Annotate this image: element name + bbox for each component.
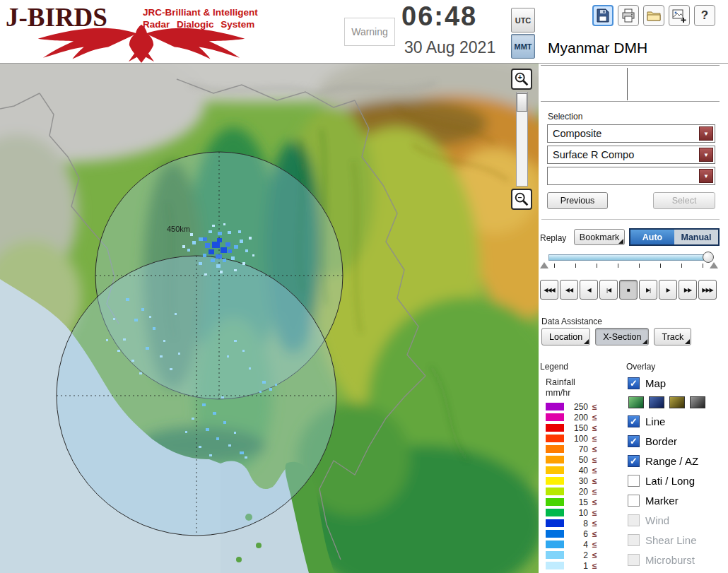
legend-color-swatch bbox=[546, 562, 564, 569]
legend-lte-symbol: ≤ bbox=[592, 508, 597, 518]
legend-row: 100≤ bbox=[546, 433, 597, 444]
legend-lte-symbol: ≤ bbox=[592, 444, 597, 454]
legend-lte-symbol: ≤ bbox=[592, 550, 597, 560]
save-icon bbox=[594, 7, 611, 24]
overlay-row-microburst: Microburst bbox=[628, 550, 727, 569]
product-group-value: Composite bbox=[553, 128, 601, 139]
auto-mode-button[interactable]: Auto bbox=[630, 230, 674, 244]
legend-row: 4≤ bbox=[546, 539, 597, 550]
help-button[interactable]: ? bbox=[694, 5, 715, 26]
separator bbox=[541, 219, 720, 220]
playback-step-back-button[interactable]: ◀ bbox=[580, 280, 598, 300]
zoom-out-button[interactable]: − bbox=[511, 189, 532, 210]
control-panel: Selection Composite ▼ Surface R Compo ▼ … bbox=[539, 64, 728, 573]
selection-label: Selection bbox=[548, 112, 582, 122]
chevron-down-icon[interactable]: ▼ bbox=[699, 169, 713, 183]
station-list-divider bbox=[627, 68, 628, 100]
overlay-row-map: ✓Map bbox=[628, 373, 727, 393]
replay-label: Replay bbox=[540, 233, 566, 243]
legend-row: 50≤ bbox=[546, 454, 597, 465]
lati-long-checkbox[interactable] bbox=[628, 475, 640, 487]
legend-value: 2 bbox=[567, 550, 588, 560]
zoom-slider[interactable] bbox=[516, 92, 528, 187]
track-button[interactable]: Track bbox=[654, 328, 691, 345]
radar-map-viewport[interactable]: 450km + bbox=[0, 64, 539, 573]
save-button[interactable] bbox=[592, 5, 613, 26]
legend-lte-symbol: ≤ bbox=[592, 540, 597, 550]
legend-value: 70 bbox=[567, 444, 588, 454]
legend-color-swatch bbox=[546, 445, 564, 453]
legend-value: 40 bbox=[567, 466, 588, 475]
time-slider[interactable] bbox=[540, 252, 720, 274]
product-group-combobox[interactable]: Composite ▼ bbox=[547, 124, 715, 143]
zoom-out-icon: − bbox=[513, 191, 530, 208]
legend-value: 15 bbox=[567, 497, 588, 507]
overlay-item-label: Lati / Long bbox=[645, 475, 695, 487]
legend-value: 8 bbox=[567, 519, 588, 528]
overlay-item-label: Shear Line bbox=[645, 534, 697, 546]
bookmark-button[interactable]: Bookmark bbox=[574, 229, 625, 245]
chevron-down-icon[interactable]: ▼ bbox=[699, 148, 713, 162]
legend-color-swatch bbox=[546, 530, 564, 538]
map-style-swatches bbox=[628, 394, 727, 410]
legend-color-swatch bbox=[546, 435, 564, 442]
x-section-button[interactable]: X-Section bbox=[595, 328, 649, 345]
chevron-down-icon[interactable]: ▼ bbox=[699, 126, 713, 141]
map-style-terrain-green-swatch[interactable] bbox=[628, 396, 644, 408]
line-checkbox[interactable]: ✓ bbox=[628, 415, 640, 427]
print-button[interactable] bbox=[618, 5, 639, 26]
overlay-item-label: Wind bbox=[645, 514, 669, 526]
map-style-grayscale-swatch[interactable] bbox=[690, 396, 705, 408]
wind-checkbox bbox=[628, 514, 640, 526]
playback-forward-button[interactable]: ▶▶ bbox=[679, 280, 697, 300]
manual-mode-button[interactable]: Manual bbox=[674, 230, 718, 244]
playback-go-start-button[interactable]: |◀ bbox=[599, 280, 618, 300]
playback-rewind-button[interactable]: ◀◀ bbox=[560, 280, 578, 300]
legend-row: 250≤ bbox=[546, 401, 597, 412]
slider-tick bbox=[597, 264, 597, 268]
checkmark-icon: ✓ bbox=[630, 416, 638, 427]
legend-lte-symbol: ≤ bbox=[592, 434, 597, 444]
legend-color-swatch bbox=[546, 424, 564, 432]
legend-value: 150 bbox=[567, 423, 588, 433]
export-image-icon bbox=[671, 7, 688, 24]
legend-value: 100 bbox=[567, 434, 588, 444]
product-combobox[interactable]: Surface R Compo ▼ bbox=[547, 146, 715, 164]
data-assistance-label: Data Assistance bbox=[541, 317, 602, 326]
location-button[interactable]: Location bbox=[541, 328, 590, 345]
playback-step-forward-button[interactable]: ▶ bbox=[659, 280, 677, 300]
border-checkbox[interactable]: ✓ bbox=[628, 435, 640, 447]
utc-button[interactable]: UTC bbox=[511, 8, 535, 33]
slider-tick bbox=[681, 264, 682, 268]
legend-unit-mmhr: mm/hr bbox=[546, 388, 570, 398]
playback-rewind-fast-button[interactable]: ◀◀◀ bbox=[540, 280, 558, 300]
previous-button[interactable]: Previous bbox=[547, 192, 608, 209]
time-slider-thumb[interactable] bbox=[703, 252, 714, 263]
map-checkbox[interactable]: ✓ bbox=[628, 377, 640, 389]
data-assistance-buttons: LocationX-SectionTrack bbox=[541, 328, 691, 345]
time-slider-track[interactable] bbox=[548, 254, 710, 261]
station-list-box[interactable] bbox=[541, 65, 720, 102]
legend-row: 10≤ bbox=[546, 507, 597, 518]
zoom-slider-thumb[interactable] bbox=[517, 93, 527, 112]
playback-forward-fast-button[interactable]: ▶▶▶ bbox=[698, 280, 717, 300]
playback-go-end-button[interactable]: ▶| bbox=[639, 280, 657, 300]
submenu-corner-icon bbox=[618, 239, 623, 244]
option-combobox[interactable]: ▼ bbox=[547, 167, 715, 185]
marker-checkbox[interactable] bbox=[628, 495, 640, 507]
mmt-button[interactable]: MMT bbox=[511, 34, 535, 59]
map-style-olive-swatch[interactable] bbox=[669, 396, 685, 408]
export-button[interactable] bbox=[669, 5, 690, 26]
legend-color-swatch bbox=[546, 413, 564, 421]
open-folder-icon bbox=[645, 7, 662, 24]
select-button[interactable]: Select bbox=[653, 192, 715, 209]
submenu-corner-icon bbox=[584, 339, 589, 344]
open-button[interactable] bbox=[643, 5, 664, 26]
legend-color-swatch bbox=[546, 498, 564, 506]
zoom-in-icon: + bbox=[513, 71, 530, 88]
playback-stop-button[interactable]: ■ bbox=[619, 280, 638, 300]
range-az-checkbox[interactable]: ✓ bbox=[628, 455, 640, 467]
zoom-in-button[interactable]: + bbox=[511, 69, 532, 90]
map-style-ocean-blue-swatch[interactable] bbox=[649, 396, 664, 408]
legend-color-swatch bbox=[546, 540, 564, 548]
